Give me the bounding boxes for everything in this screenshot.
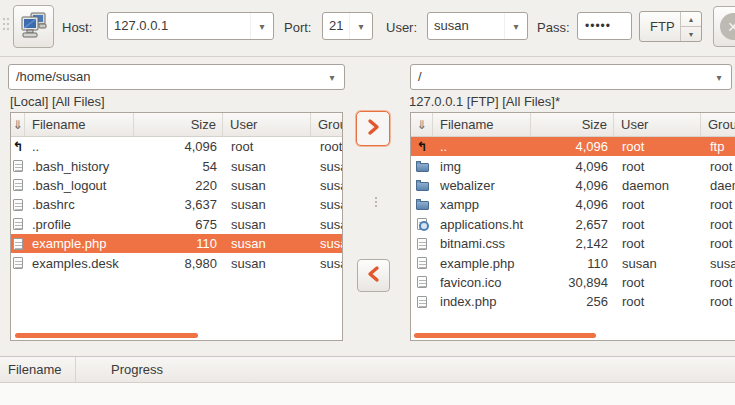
file-group-cell: susan [311,234,342,253]
local-path-input[interactable]: /home/susan [9,65,320,89]
user-combo[interactable]: susan ▾ [427,12,528,40]
file-icon [417,257,427,269]
protocol-spinner: ▴ ▾ [680,12,701,41]
web-file-icon [417,218,427,230]
file-user-cell: susan [223,156,311,175]
port-combo[interactable]: 21 ▾ [322,12,373,40]
transfer-right-button[interactable] [356,111,390,146]
transfer-queue[interactable] [0,383,735,405]
chevron-right-icon [366,118,380,139]
chevron-down-icon[interactable]: ▾ [250,13,273,39]
remote-path-input[interactable]: / [411,65,707,89]
file-row[interactable]: ↰..4,096rootftp [411,137,735,156]
host-input[interactable]: 127.0.0.1 [108,13,250,39]
sort-descending-icon[interactable]: ⇓ [411,113,433,136]
column-header-user[interactable]: User [614,113,701,136]
host-combo[interactable]: 127.0.0.1 ▾ [107,12,274,40]
file-row[interactable]: xampp4,096rootroot [411,195,735,214]
file-user-cell: susan [223,195,311,214]
file-row[interactable]: webalizer4,096daemondaemon [411,176,735,195]
file-name-cell: .bash_logout [25,176,134,195]
user-input[interactable]: susan [428,13,504,39]
spin-up-icon[interactable]: ▴ [681,12,701,27]
file-group-cell: susan [311,195,342,214]
local-file-list[interactable]: ⇓ Filename Size User Group ↰..4,096rootr… [10,112,343,341]
file-row[interactable]: .profile675susansusan [11,215,342,234]
file-row[interactable]: .bashrc3,637susansusan [11,195,342,214]
file-name-cell: webalizer [433,176,531,195]
port-input[interactable]: 21 [323,13,349,39]
chevron-down-icon[interactable]: ▾ [504,13,527,39]
file-user-cell: root [614,292,701,311]
column-header-filename[interactable]: Filename [433,113,531,136]
chevron-down-icon[interactable]: ▾ [320,65,344,89]
file-group-cell: susan [311,176,342,195]
pass-label: Pass: [537,19,570,37]
column-header-size[interactable]: Size [134,113,223,136]
connect-button[interactable] [13,5,54,48]
file-name-cell: bitnami.css [433,234,531,253]
file-row[interactable]: example.php110susansusan [411,253,735,272]
spin-down-icon[interactable]: ▾ [681,27,701,41]
sort-descending-icon[interactable]: ⇓ [11,113,25,136]
file-group-cell: root [701,292,735,311]
file-row[interactable]: img4,096rootroot [411,156,735,175]
folder-icon [416,163,429,172]
file-icon-cell [11,253,25,272]
file-icon-cell [411,176,433,195]
file-row[interactable]: favicon.ico30,894rootroot [411,273,735,292]
file-group-cell: root [701,273,735,292]
file-user-cell: root [614,195,701,214]
file-row[interactable]: ↰..4,096rootroot [11,137,342,156]
file-icon-cell: ↰ [11,137,25,156]
column-header-filename[interactable]: Filename [25,113,134,136]
file-row[interactable]: .bash_history54susansusan [11,156,342,175]
file-icon-cell [11,234,25,253]
file-row[interactable]: .bash_logout220susansusan [11,176,342,195]
file-icon-cell [411,156,433,175]
remote-path-combo[interactable]: / ▾ [410,64,732,90]
chevron-down-icon[interactable]: ▾ [349,13,372,39]
remote-list-header: ⇓ Filename Size User Group [411,113,735,137]
file-icon [417,276,427,288]
file-icon-cell [11,176,25,195]
file-group-cell: susan [311,156,342,175]
computers-icon [19,10,49,43]
column-header-group[interactable]: Group [701,113,735,136]
column-header-user[interactable]: User [223,113,311,136]
local-status-label: [Local] [All Files] [10,93,105,110]
file-user-cell: susan [223,215,311,234]
file-row[interactable]: example.php110susansusan [11,234,342,253]
horizontal-scrollbar[interactable] [15,333,198,338]
folder-icon [416,201,429,210]
column-header-group[interactable]: Group [311,113,342,136]
file-row[interactable]: applications.ht2,657rootroot [411,215,735,234]
queue-column-progress[interactable]: Progress [76,357,735,382]
file-row[interactable]: examples.desk8,980susansusan [11,253,342,272]
file-row[interactable]: index.php256rootroot [411,292,735,311]
file-icon-cell [411,195,433,214]
port-label: Port: [284,19,311,37]
remote-file-list[interactable]: ⇓ Filename Size User Group ↰..4,096rootf… [410,112,735,341]
file-row[interactable]: bitnami.css2,142rootroot [411,234,735,253]
local-path-combo[interactable]: /home/susan ▾ [8,64,345,90]
file-name-cell: .. [25,137,134,156]
protocol-selector[interactable]: FTP ▴ ▾ [639,11,702,42]
stop-button[interactable]: ✕ [713,6,735,47]
password-field[interactable]: ••••• [577,12,632,40]
file-name-cell: .profile [25,215,134,234]
toolbar-grip[interactable] [3,18,5,20]
paned-grip[interactable] [375,197,377,199]
chevron-down-icon[interactable]: ▾ [707,65,731,89]
file-icon-cell [411,215,433,234]
column-header-size[interactable]: Size [531,113,614,136]
file-user-cell: root [614,137,701,156]
file-user-cell: susan [223,234,311,253]
queue-column-filename[interactable]: Filename [0,357,76,382]
file-group-cell: root [701,215,735,234]
local-list-header: ⇓ Filename Size User Group [11,113,342,137]
file-icon-cell [411,292,433,311]
file-name-cell: index.php [433,292,531,311]
transfer-left-button[interactable] [357,259,390,292]
horizontal-scrollbar[interactable] [414,333,596,338]
